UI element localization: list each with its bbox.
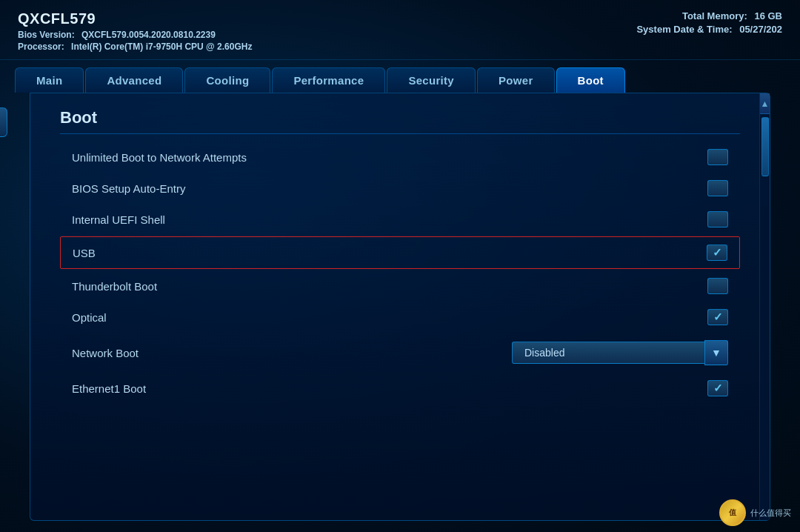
back-button[interactable]: < [0, 107, 7, 137]
bios-label: Bios Version: [18, 30, 75, 40]
header-left: QXCFL579 Bios Version: QXCFL579.0054.202… [18, 10, 252, 52]
setting-label-usb: USB [73, 247, 707, 259]
scrollbar-thumb[interactable] [761, 117, 769, 176]
memory-label: Total Memory: [682, 10, 747, 21]
setting-label-uefi-shell: Internal UEFI Shell [72, 213, 707, 226]
setting-row-optical: Optical [60, 302, 740, 333]
setting-label-bios-setup: BIOS Setup Auto-Entry [72, 182, 707, 195]
setting-row-uefi-shell: Internal UEFI Shell [60, 204, 740, 235]
memory-row: Total Memory: 16 GB [636, 10, 782, 21]
tab-advanced[interactable]: Advanced [85, 67, 183, 93]
memory-value: 16 GB [754, 10, 782, 21]
settings-list: Unlimited Boot to Network Attempts BIOS … [60, 142, 740, 404]
chevron-up-icon: ▲ [761, 99, 770, 109]
checkbox-bios-setup[interactable] [707, 180, 728, 196]
checkbox-unlimited-boot[interactable] [707, 149, 728, 165]
tab-security[interactable]: Security [387, 67, 476, 93]
nav-tabs: Main Advanced Cooling Performance Securi… [0, 60, 800, 93]
setting-label-thunderbolt: Thunderbolt Boot [72, 280, 707, 293]
setting-control-ethernet1 [707, 380, 728, 396]
watermark-coin: 值 [719, 499, 746, 526]
bios-version-row: Bios Version: QXCFL579.0054.2020.0810.22… [18, 30, 252, 40]
main-panel: Boot Unlimited Boot to Network Attempts … [30, 93, 770, 521]
network-boot-dropdown-arrow[interactable]: ▼ [704, 340, 728, 365]
tab-power[interactable]: Power [477, 67, 555, 93]
setting-row-thunderbolt: Thunderbolt Boot [60, 270, 740, 302]
tab-boot[interactable]: Boot [556, 67, 625, 93]
header: QXCFL579 Bios Version: QXCFL579.0054.202… [0, 0, 800, 60]
header-right: Total Memory: 16 GB System Date & Time: … [636, 10, 782, 35]
scrollbar-up-button[interactable]: ▲ [760, 93, 770, 114]
tab-main[interactable]: Main [15, 67, 84, 93]
panel-title: Boot [60, 108, 740, 134]
watermark-site-text: 什么值得买 [750, 508, 791, 519]
datetime-row: System Date & Time: 05/27/202 [636, 24, 782, 35]
setting-control-bios-setup [707, 180, 728, 196]
setting-control-usb [707, 245, 727, 261]
setting-control-optical [707, 309, 728, 325]
checkbox-uefi-shell[interactable] [707, 211, 728, 227]
model-name: QXCFL579 [18, 10, 252, 27]
datetime-label: System Date & Time: [636, 24, 732, 35]
bios-value: QXCFL579.0054.2020.0810.2239 [81, 30, 216, 40]
setting-control-uefi-shell [707, 211, 728, 227]
setting-row-usb: USB [60, 236, 740, 269]
tab-cooling[interactable]: Cooling [184, 67, 270, 93]
setting-row-network-boot: Network Boot Disabled ▼ [60, 333, 740, 373]
processor-value: Intel(R) Core(TM) i7-9750H CPU @ 2.60GHz [71, 41, 252, 52]
network-boot-dropdown-value[interactable]: Disabled [512, 342, 704, 364]
setting-label-unlimited-boot: Unlimited Boot to Network Attempts [72, 151, 707, 164]
checkbox-thunderbolt[interactable] [707, 278, 728, 294]
setting-row-ethernet1: Ethernet1 Boot [60, 373, 740, 404]
setting-control-unlimited-boot [707, 149, 728, 165]
setting-label-optical: Optical [72, 311, 707, 324]
setting-control-thunderbolt [707, 278, 728, 294]
processor-label: Processor: [18, 41, 64, 52]
setting-row-unlimited-boot: Unlimited Boot to Network Attempts [60, 142, 740, 173]
checkbox-ethernet1[interactable] [707, 380, 728, 396]
chevron-down-icon: ▼ [711, 347, 721, 359]
boot-panel: Boot Unlimited Boot to Network Attempts … [30, 93, 770, 520]
watermark-coin-text: 值 [729, 508, 736, 518]
scrollbar[interactable]: ▲ [759, 93, 770, 520]
setting-label-network-boot: Network Boot [72, 347, 512, 359]
datetime-value: 05/27/202 [739, 24, 782, 35]
setting-control-network-boot: Disabled ▼ [512, 340, 728, 365]
setting-row-bios-setup: BIOS Setup Auto-Entry [60, 173, 740, 204]
tab-performance[interactable]: Performance [272, 67, 385, 93]
processor-row: Processor: Intel(R) Core(TM) i7-9750H CP… [18, 41, 252, 52]
checkbox-optical[interactable] [707, 309, 728, 325]
checkbox-usb[interactable] [707, 245, 727, 261]
setting-label-ethernet1: Ethernet1 Boot [72, 382, 707, 395]
watermark: 值 什么值得买 [719, 499, 791, 526]
